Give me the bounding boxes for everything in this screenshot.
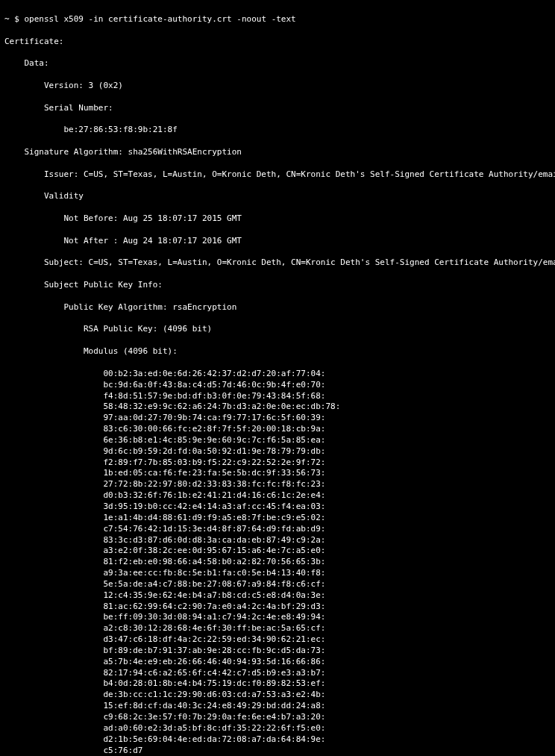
prompt-dollar: $ [14,14,19,24]
subject-line: Subject: C=US, ST=Texas, L=Austin, O=Kro… [4,257,551,269]
pka-line: Public Key Algorithm: rsaEncryption [4,302,551,313]
modulus-line: c5:76:d7 [4,746,551,756]
modulus-line: f2:89:f7:7b:85:03:b9:f5:22:c9:22:52:2e:9… [4,457,551,469]
modulus-line: 12:c4:35:9e:62:4e:b4:a7:b8:cd:c5:e8:d4:0… [4,590,551,602]
issuer-line: Issuer: C=US, ST=Texas, L=Austin, O=Kron… [4,169,551,181]
sig-algo-top: Signature Algorithm: sha256WithRSAEncryp… [4,147,551,158]
validity-label: Validity [4,191,551,202]
modulus-line: 1b:ed:05:ca:f6:fe:23:fa:5e:5b:dc:9f:33:5… [4,468,551,479]
modulus-line: 82:17:94:c6:a2:65:6f:c4:42:c7:d5:b9:e3:a… [4,668,551,679]
modulus-line: 1e:a1:4b:d4:88:61:d9:f9:a5:e8:7f:be:c9:e… [4,513,551,524]
modulus-line: a2:c8:30:12:28:68:4e:6f:30:ff:be:ac:5a:6… [4,623,551,634]
cert-header: Certificate: [4,37,551,48]
command-text: openssl x509 -in certificate-authority.c… [25,14,296,24]
prompt-tilde: ~ [4,14,10,24]
spki-label: Subject Public Key Info: [4,280,551,291]
modulus-line: ad:a0:60:e2:3d:a5:bf:8c:df:35:22:22:6f:f… [4,723,551,734]
modulus-line: 00:b2:3a:ed:0e:6d:26:42:37:d2:d7:20:af:7… [4,369,551,380]
modulus-line: be:ff:09:30:3d:08:94:a1:c7:94:2c:4e:e8:4… [4,612,551,623]
serial-label: Serial Number: [4,103,551,114]
modulus-line: 6e:36:b8:e1:4c:85:9e:9e:60:9c:7c:f6:5a:8… [4,435,551,446]
modulus-line: a5:7b:4e:e9:eb:26:66:46:40:94:93:5d:16:6… [4,657,551,668]
modulus-line: d0:b3:32:6f:76:1b:e2:41:21:d4:16:c6:1c:2… [4,490,551,502]
modulus-line: 58:48:32:e9:9c:62:a6:24:7b:d3:a2:0e:0e:e… [4,402,551,413]
not-before: Not Before: Aug 25 18:07:17 2015 GMT [4,213,551,225]
terminal-output: ~ $ openssl x509 -in certificate-authori… [0,0,555,756]
modulus-line: 81:f2:eb:e0:98:66:a4:58:b0:a2:82:70:56:6… [4,557,551,568]
modulus-line: bf:89:de:b7:91:37:ab:9e:28:cc:fb:9c:d5:d… [4,646,551,657]
modulus-line: a9:3a:ee:cc:fb:8c:5e:b1:fa:c0:5e:b4:13:4… [4,568,551,579]
modulus-line: 5e:5a:de:a4:c7:88:be:27:08:67:a9:84:f8:c… [4,579,551,590]
modulus-line: 9d:6c:b9:59:2d:fd:0a:50:92:d1:9e:78:79:7… [4,446,551,457]
modulus-block: 00:b2:3a:ed:0e:6d:26:42:37:d2:d7:20:af:7… [4,369,551,756]
modulus-line: d2:1b:5e:69:04:4e:ed:da:72:08:a7:da:64:8… [4,734,551,746]
modulus-line: 83:c6:30:00:66:fc:e2:8f:7f:5f:20:00:18:c… [4,424,551,435]
modulus-line: 3d:95:19:b0:cc:42:e4:14:a3:af:cc:45:f4:e… [4,502,551,513]
data-label: Data: [4,58,551,69]
modulus-line: 27:72:8b:22:97:80:d2:33:83:38:fc:fc:f8:f… [4,479,551,490]
rsa-key-line: RSA Public Key: (4096 bit) [4,324,551,335]
modulus-line: bc:9d:6a:0f:43:8a:c4:d5:7d:46:0c:9b:4f:e… [4,380,551,391]
modulus-line: de:3b:cc:c1:1c:29:90:d6:03:cd:a7:53:a3:e… [4,690,551,701]
version-line: Version: 3 (0x2) [4,81,551,92]
modulus-line: a3:e2:0f:38:2c:ee:0d:95:67:15:a6:4e:7c:a… [4,546,551,557]
modulus-line: 15:ef:8d:cf:da:40:3c:24:e8:49:29:bd:dd:2… [4,701,551,712]
modulus-line: 83:3c:d3:87:d6:0d:d8:3a:ca:da:eb:87:49:c… [4,535,551,546]
modulus-line: 81:ac:62:99:64:c2:90:7a:e0:a4:2c:4a:bf:2… [4,602,551,613]
modulus-line: 97:aa:0d:27:70:9b:74:ca:f9:77:17:6c:5f:6… [4,413,551,424]
modulus-line: c7:54:76:42:1d:15:3e:d4:8f:87:64:d9:fd:a… [4,524,551,535]
modulus-line: b4:0d:28:01:8b:e4:b4:75:19:dc:f0:89:82:5… [4,678,551,690]
modulus-line: d3:47:c6:18:df:4a:2c:22:59:ed:34:90:62:2… [4,634,551,646]
modulus-line: c9:68:2c:3e:57:f0:7b:29:0a:fe:6e:e4:b7:a… [4,712,551,723]
command-line: ~ $ openssl x509 -in certificate-authori… [4,14,551,25]
modulus-line: f4:8d:51:57:9e:bd:df:b3:0f:0e:79:43:84:5… [4,391,551,402]
modulus-label: Modulus (4096 bit): [4,346,551,357]
serial-value: be:27:86:53:f8:9b:21:8f [4,125,551,136]
not-after: Not After : Aug 24 18:07:17 2016 GMT [4,236,551,247]
